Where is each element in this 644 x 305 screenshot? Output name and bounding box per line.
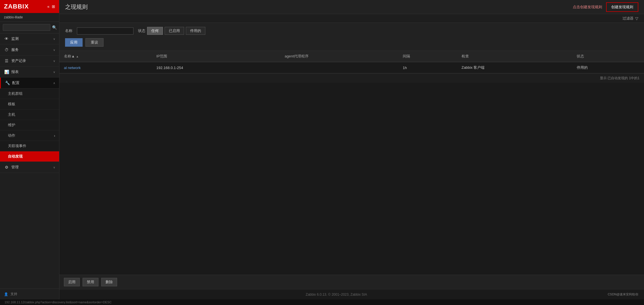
app-footer: Zabbix 6.0.13. © 2001–2023, Zabbix SIA C… (59, 289, 644, 299)
sidebar-item-hosts[interactable]: 主机 (0, 109, 59, 120)
status-url: 192.168.11.12/zabbix.php?action=discover… (5, 300, 112, 304)
status-disabled-button[interactable]: 停用的 (186, 27, 205, 35)
delete-button[interactable]: 删除 (101, 278, 117, 286)
sidebar: ZABBIX « ⊞ zabbix-lilade 🔍 👁 监测 ∨ (0, 0, 59, 299)
chevron-down-icon: ∨ (53, 70, 55, 74)
sub-item-label: 维护 (8, 123, 15, 128)
search-button[interactable]: 🔍 (52, 25, 57, 30)
filter-bar: 名称 状态 任何 已启用 停用的 应用 重设 (59, 23, 644, 51)
chevron-right-icon: › (54, 134, 55, 138)
enable-button[interactable]: 启用 (64, 278, 80, 286)
col-status: 状态 (572, 51, 644, 62)
sidebar-item-config[interactable]: 🔧 配置 ∧ (0, 78, 59, 89)
bottom-toolbar: 启用 禁用 删除 (59, 275, 644, 289)
logo-icons: « ⊞ (47, 4, 55, 9)
sidebar-item-label: 管理 (11, 165, 51, 170)
col-interval-label: 间隔 (403, 54, 410, 58)
cell-status: 停用的 (572, 62, 644, 73)
sidebar-item-label: 资产记录 (11, 58, 51, 63)
table-footer: 显示 已自动发现的 1中的1 (59, 73, 644, 83)
grid-icon[interactable]: ⊞ (52, 4, 55, 9)
collapse-icon[interactable]: « (47, 4, 49, 9)
search-input[interactable] (3, 24, 50, 31)
main-layout: ZABBIX « ⊞ zabbix-lilade 🔍 👁 监测 ∨ (0, 0, 644, 299)
table-body: al network 192.168.0.1-254 1h Zabbix 客户端… (59, 62, 644, 73)
sidebar-item-templates[interactable]: 模板 (0, 99, 59, 109)
sub-item-label: 自动发现 (8, 154, 23, 159)
col-ip-label: IP范围 (156, 54, 167, 58)
sub-item-label: 模板 (8, 102, 15, 107)
filter-name-input[interactable] (77, 27, 133, 35)
sidebar-item-label: 服务 (11, 47, 51, 52)
app-logo: ZABBIX (4, 3, 29, 10)
reset-button[interactable]: 重设 (85, 38, 104, 47)
cell-agent (280, 62, 398, 73)
col-interval: 间隔 (398, 51, 457, 62)
sidebar-item-reports[interactable]: 📊 报表 ∨ (0, 66, 59, 78)
filter-name-label: 名称 (65, 28, 72, 33)
status-any-button[interactable]: 任何 (147, 27, 163, 35)
support-label: 支持 (10, 292, 17, 297)
table-container: 名称▲ IP范围 agent代理程序 间隔 (59, 51, 644, 275)
filter-status-label: 状态 (138, 28, 145, 33)
sidebar-item-label: 报表 (11, 69, 51, 74)
table-row: al network 192.168.0.1-254 1h Zabbix 客户端… (59, 62, 644, 73)
hint-text: 点击创建发现规则 (573, 5, 602, 10)
content-area: 之现规则 点击创建发现规则 创建发现规则 过滤器 ▽ 名称 状态 任何 (59, 0, 644, 299)
sidebar-item-host-groups[interactable]: 主机群组 (0, 89, 59, 99)
sidebar-nav: 👁 监测 ∨ ⏱ 服务 ∨ ☰ 资产记录 ∨ 📊 (0, 33, 59, 289)
config-sub-nav: 主机群组 模板 主机 维护 动作 › (0, 89, 59, 162)
filter-status-group: 状态 任何 已启用 停用的 (138, 27, 205, 35)
assets-icon: ☰ (4, 59, 9, 63)
sidebar-item-correlation[interactable]: 关联项事件 (0, 141, 59, 151)
sidebar-item-discovery[interactable]: 自动发现 (0, 151, 59, 162)
create-discovery-rule-button[interactable]: 创建发现规则 (606, 2, 638, 12)
app-wrapper: ZABBIX « ⊞ zabbix-lilade 🔍 👁 监测 ∨ (0, 0, 644, 305)
sidebar-support[interactable]: 👤 支持 (0, 289, 59, 299)
chevron-up-icon: ∧ (53, 81, 55, 85)
sub-item-label: 动作 (8, 133, 15, 138)
config-icon: 🔧 (5, 81, 10, 85)
sidebar-item-maintenance[interactable]: 维护 (0, 120, 59, 130)
services-icon: ⏱ (4, 48, 9, 52)
page-title: 之现规则 (65, 3, 88, 11)
sidebar-item-assets[interactable]: ☰ 资产记录 ∨ (0, 55, 59, 66)
search-container: 🔍 (0, 22, 59, 33)
chevron-down-icon: ∨ (53, 59, 55, 63)
top-bar: 之现规则 点击创建发现规则 创建发现规则 (59, 0, 644, 14)
filter-icon[interactable]: ▽ (635, 16, 638, 21)
status-enabled-button[interactable]: 已启用 (165, 27, 184, 35)
col-agent: agent代理程序 (280, 51, 398, 62)
sidebar-item-label: 配置 (12, 80, 51, 85)
filter-label: 过滤器 (623, 16, 634, 21)
col-checks: 检查 (457, 51, 572, 62)
monitoring-icon: 👁 (4, 36, 9, 41)
sub-item-label: 关联项事件 (8, 143, 26, 149)
cell-name[interactable]: al network (59, 62, 152, 73)
filter-row-1: 名称 状态 任何 已启用 停用的 (65, 27, 638, 35)
sidebar-item-actions[interactable]: 动作 › (0, 130, 59, 141)
col-name-label: 名称▲ (64, 54, 75, 58)
footer-version: Zabbix 6.0.13. © 2001–2023, Zabbix SIA (65, 293, 608, 297)
disable-button[interactable]: 禁用 (83, 278, 98, 286)
reports-icon: 📊 (4, 70, 9, 74)
col-agent-label: agent代理程序 (285, 54, 309, 58)
col-checks-label: 检查 (462, 54, 469, 58)
table-header: 名称▲ IP范围 agent代理程序 间隔 (59, 51, 644, 62)
sidebar-logo: ZABBIX « ⊞ (0, 0, 59, 13)
filter-toggle-area: 过滤器 ▽ (59, 14, 644, 23)
col-name[interactable]: 名称▲ (59, 51, 152, 62)
sub-item-label: 主机群组 (8, 91, 23, 96)
sidebar-item-label: 监测 (11, 36, 51, 41)
apply-button[interactable]: 应用 (65, 38, 83, 47)
chevron-down-icon: ∨ (53, 37, 55, 40)
sidebar-item-monitoring[interactable]: 👁 监测 ∨ (0, 33, 59, 44)
filter-actions: 应用 重设 (65, 38, 638, 47)
sidebar-item-management[interactable]: ⚙ 管理 ∨ (0, 162, 59, 173)
top-bar-actions: 点击创建发现规则 创建发现规则 (573, 2, 638, 12)
discovery-rules-table: 名称▲ IP范围 agent代理程序 间隔 (59, 51, 644, 73)
support-icon: 👤 (4, 292, 8, 296)
sidebar-item-services[interactable]: ⏱ 服务 ∨ (0, 44, 59, 55)
col-status-label: 状态 (577, 54, 584, 58)
footer-csdn: CSDN@迷米安利给你 (608, 292, 638, 297)
